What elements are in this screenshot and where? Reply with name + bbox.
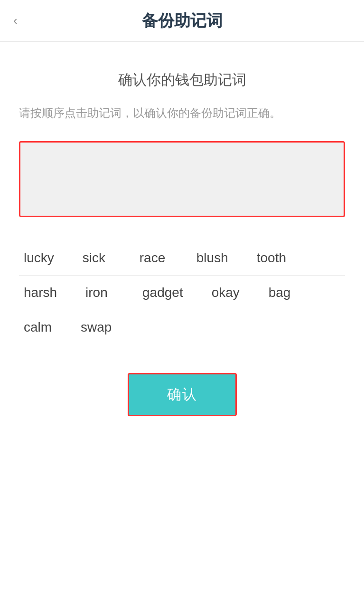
- word-gadget[interactable]: gadget: [138, 282, 188, 303]
- word-iron[interactable]: iron: [81, 282, 119, 303]
- description-text: 请按顺序点击助记词，以确认你的备份助记词正确。: [19, 104, 345, 122]
- word-bag[interactable]: bag: [264, 282, 302, 303]
- word-row-2: harsh iron gadget okay bag: [19, 276, 345, 310]
- confirm-button-wrapper: 确认: [19, 373, 345, 416]
- word-row-1: lucky sick race blush tooth: [19, 241, 345, 276]
- word-row-3: calm swap: [19, 310, 345, 344]
- selection-area: [19, 141, 345, 217]
- word-sick[interactable]: sick: [78, 248, 116, 268]
- back-icon: ‹: [13, 13, 18, 28]
- word-okay[interactable]: okay: [207, 282, 245, 303]
- confirm-button[interactable]: 确认: [128, 373, 237, 416]
- word-race[interactable]: race: [135, 248, 173, 268]
- header: ‹ 备份助记词: [0, 0, 364, 42]
- word-calm[interactable]: calm: [19, 317, 57, 338]
- header-title: 备份助记词: [142, 10, 223, 32]
- word-blush[interactable]: blush: [192, 248, 233, 268]
- word-grid: lucky sick race blush tooth harsh iron g…: [19, 241, 345, 344]
- page-title: 确认你的钱包助记词: [19, 70, 345, 90]
- back-button[interactable]: ‹: [13, 13, 18, 28]
- word-lucky[interactable]: lucky: [19, 248, 59, 268]
- word-tooth[interactable]: tooth: [252, 248, 291, 268]
- word-harsh[interactable]: harsh: [19, 282, 62, 303]
- main-content: 确认你的钱包助记词 请按顺序点击助记词，以确认你的备份助记词正确。 lucky …: [0, 42, 364, 435]
- word-swap[interactable]: swap: [76, 317, 116, 338]
